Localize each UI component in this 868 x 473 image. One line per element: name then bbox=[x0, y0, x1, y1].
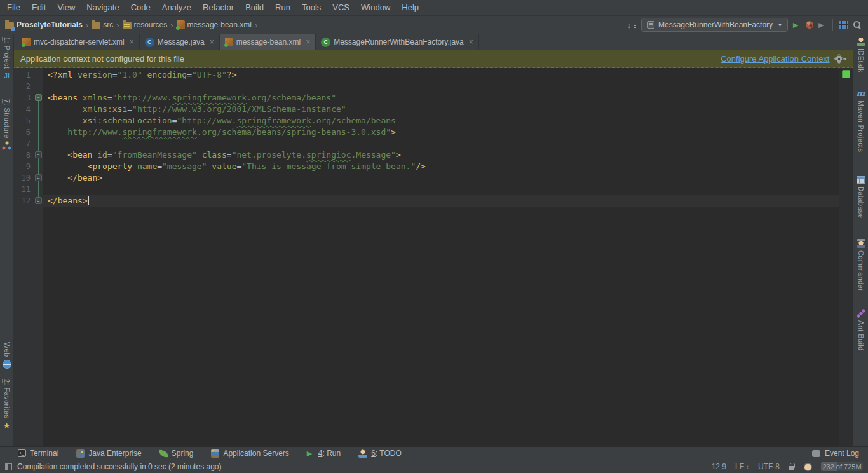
configure-application-context-link[interactable]: Configure Application Context bbox=[721, 54, 829, 64]
fold-marker[interactable]: − bbox=[35, 151, 42, 158]
menu-window[interactable]: Window bbox=[355, 0, 396, 15]
breadcrumb-chevron-icon: › bbox=[86, 20, 88, 30]
toolbar-separator bbox=[832, 19, 833, 31]
editor-tab-mvc-dispatcher-servlet-xml[interactable]: mvc-dispatcher-servlet.xml× bbox=[17, 34, 140, 50]
tool-window-button-2-favorites[interactable]: 2: Favorites bbox=[0, 379, 13, 430]
memory-indicator[interactable]: 232 of 725M bbox=[821, 462, 863, 471]
caret-position-widget[interactable]: 12:9 bbox=[712, 462, 726, 471]
menu-view[interactable]: View bbox=[51, 0, 81, 15]
line-number: 4 bbox=[14, 104, 31, 115]
tool-window-button-java-enterprise[interactable]: Java Enterprise bbox=[76, 449, 141, 458]
tool-window-button-spring[interactable]: Spring bbox=[159, 449, 194, 458]
debug-button[interactable] bbox=[806, 21, 813, 29]
run-with-coverage-button[interactable] bbox=[818, 20, 826, 29]
menu-help[interactable]: Help bbox=[396, 0, 424, 15]
line-number: 3 bbox=[14, 92, 31, 104]
tab-close-icon[interactable]: × bbox=[469, 38, 473, 46]
line-number: 10 bbox=[14, 172, 31, 184]
tool-window-button-6-todo[interactable]: 6: TODO bbox=[358, 449, 402, 458]
java-ee-icon bbox=[76, 449, 85, 458]
code-token: .Message" bbox=[351, 150, 395, 160]
code-token: xsi bbox=[112, 104, 127, 114]
code-token: = bbox=[107, 150, 112, 160]
breadcrumb-item-src[interactable]: src bbox=[92, 20, 113, 29]
editor-tab-messagerunnerwithbeanfactory-java[interactable]: MessageRunnerWithBeanFactory.java× bbox=[316, 34, 479, 50]
tool-window-button-commander[interactable]: Commander bbox=[853, 239, 868, 291]
toggle-tool-buttons-icon[interactable] bbox=[5, 463, 12, 470]
menu-tools[interactable]: Tools bbox=[296, 0, 327, 15]
code-token: class bbox=[202, 150, 227, 160]
code-token: <property bbox=[88, 161, 137, 171]
tool-window-button-maven-projects[interactable]: Maven Projects bbox=[853, 89, 868, 152]
structure-icon bbox=[2, 141, 11, 151]
line-separator-widget[interactable]: LF ↕ bbox=[735, 462, 749, 471]
fold-marker[interactable]: ∟ bbox=[35, 197, 42, 204]
tab-label: message-bean.xml bbox=[236, 38, 301, 46]
menu-run[interactable]: Run bbox=[269, 0, 296, 15]
status-message: Compilation completed successfully in 0 … bbox=[17, 462, 221, 471]
tool-window-button-web[interactable]: Web bbox=[0, 342, 13, 369]
menu-refactor[interactable]: Refactor bbox=[197, 0, 240, 15]
run-button[interactable] bbox=[793, 20, 801, 29]
changes-grid-icon[interactable] bbox=[839, 21, 848, 29]
menu-file[interactable]: File bbox=[1, 0, 26, 15]
tool-window-button-database[interactable]: Database bbox=[853, 175, 868, 218]
editor-error-stripe[interactable] bbox=[839, 68, 853, 446]
tab-close-icon[interactable]: × bbox=[130, 38, 134, 46]
code-line: xsi:schemaLocation="http://www.springfra… bbox=[43, 115, 839, 127]
breadcrumb-item-message-bean.xml[interactable]: message-bean.xml bbox=[177, 20, 252, 29]
tab-label: MessageRunnerWithBeanFactory.java bbox=[334, 38, 464, 46]
menu-vcs[interactable]: VCS bbox=[327, 0, 355, 15]
tool-window-button-4-run[interactable]: 4: Run bbox=[307, 449, 341, 458]
tool-window-button-7-structure[interactable]: 7: Structure bbox=[0, 99, 13, 151]
editor-tab-message-bean-xml[interactable]: message-bean.xml× bbox=[220, 34, 316, 50]
editor-tab-message-java[interactable]: Message.java× bbox=[140, 34, 220, 50]
breadcrumb-item-resources[interactable]: resources bbox=[123, 20, 168, 29]
lock-icon[interactable] bbox=[789, 463, 795, 470]
database-icon bbox=[857, 176, 865, 184]
tool-window-label: Terminal bbox=[30, 449, 58, 458]
menu-navigate[interactable]: Navigate bbox=[81, 0, 125, 15]
banner-settings-button[interactable]: ▾ bbox=[836, 55, 846, 62]
tab-close-icon[interactable]: × bbox=[210, 38, 214, 46]
run-controls: MessageRunnerWithBeanFactory ▼ bbox=[627, 18, 868, 32]
tool-window-button-ant-build[interactable]: Ant Build bbox=[853, 309, 868, 351]
xml-file-icon bbox=[22, 38, 31, 46]
tool-window-button-idetalk[interactable]: IDEtalk bbox=[853, 37, 868, 72]
breadcrumb-item-proselytetutorials[interactable]: ProselyteTutorials bbox=[5, 20, 83, 29]
menu-build[interactable]: Build bbox=[240, 0, 269, 15]
code-token bbox=[48, 161, 88, 171]
fold-marker[interactable]: − bbox=[35, 94, 42, 101]
tool-window-button-terminal[interactable]: Terminal bbox=[18, 449, 58, 458]
code-line: <bean id="fromBeanMessage" class="net.pr… bbox=[43, 149, 839, 161]
code-token: "http://www. bbox=[112, 93, 172, 102]
menu-code[interactable]: Code bbox=[125, 0, 156, 15]
java-class-icon bbox=[145, 38, 154, 47]
run-configuration-select[interactable]: MessageRunnerWithBeanFactory ▼ bbox=[641, 18, 788, 32]
spring-leaf-icon bbox=[159, 448, 168, 458]
search-everywhere-icon[interactable] bbox=[853, 20, 862, 29]
vcs-update-icon[interactable] bbox=[627, 20, 636, 30]
code-token: = bbox=[127, 104, 132, 114]
tab-close-icon[interactable]: × bbox=[306, 38, 310, 46]
fold-marker[interactable]: ∟ bbox=[35, 174, 42, 181]
folder-icon bbox=[92, 22, 100, 29]
code-token: <?xml bbox=[48, 70, 78, 79]
code-line: <beans xmlns="http://www.springframework… bbox=[43, 92, 839, 104]
tool-window-button-application-servers[interactable]: Application Servers bbox=[211, 449, 288, 458]
encoding-widget[interactable]: UTF-8 bbox=[758, 462, 780, 471]
code-token: springframework bbox=[172, 93, 247, 102]
editor-code-area[interactable]: <?xml version="1.0" encoding="UTF-8"?><b… bbox=[43, 68, 839, 446]
event-log-bubble-icon bbox=[812, 450, 820, 457]
inspections-ok-indicator[interactable] bbox=[842, 70, 850, 78]
tab-label: mvc-dispatcher-servlet.xml bbox=[34, 38, 125, 46]
highlighting-level-icon[interactable] bbox=[804, 463, 812, 471]
tool-window-button-1-project[interactable]: 1: Project bbox=[0, 37, 13, 81]
event-log-button[interactable]: Event Log bbox=[812, 449, 868, 458]
code-token: .org/schema/beans bbox=[311, 116, 396, 125]
menu-analyze[interactable]: Analyze bbox=[156, 0, 197, 15]
menu-edit[interactable]: Edit bbox=[26, 0, 51, 15]
editor-area: 123−45678−910∟1112∟ <?xml version="1.0" … bbox=[14, 68, 853, 446]
code-token: "http://www. bbox=[177, 116, 237, 125]
editor-gutter: 123−45678−910∟1112∟ bbox=[14, 68, 43, 446]
